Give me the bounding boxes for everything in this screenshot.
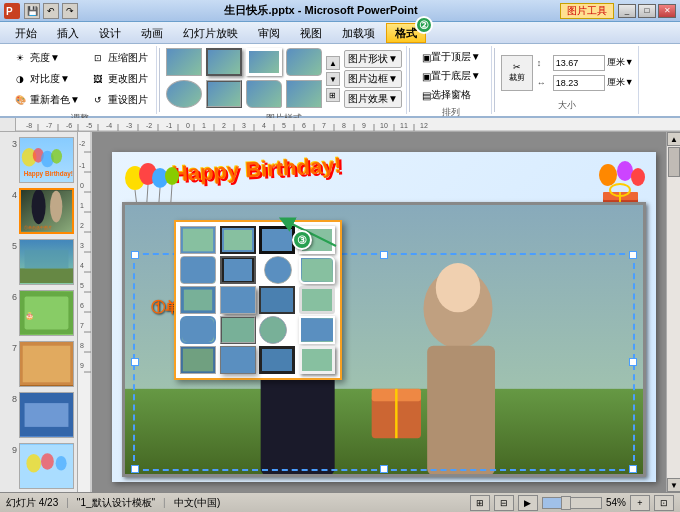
gallery-thumb-18[interactable] [220, 346, 256, 374]
svg-text:2: 2 [222, 122, 226, 129]
btn-reset-pic[interactable]: ↺ 重设图片 [86, 90, 152, 110]
view-normal[interactable]: ⊞ [470, 495, 490, 511]
btn-contrast-label: 对比度▼ [30, 72, 70, 86]
style-more[interactable]: ⊞ [326, 88, 340, 102]
style-thumb-7[interactable] [246, 80, 282, 108]
title-bar: P 💾 ↶ ↷ 生日快乐.pptx - Microsoft PowerPoint… [0, 0, 680, 22]
svg-text:P: P [6, 6, 13, 17]
style-thumb-2[interactable] [206, 48, 242, 76]
btn-compress[interactable]: ⊡ 压缩图片 [86, 48, 152, 68]
gallery-thumb-10[interactable] [220, 286, 256, 314]
height-input[interactable] [553, 55, 605, 71]
reset-pic-icon: ↺ [90, 92, 106, 108]
view-slideshow[interactable]: ▶ [518, 495, 538, 511]
send-back-icon: ▣ [422, 71, 431, 82]
gallery-thumb-13[interactable] [180, 316, 216, 344]
gallery-thumb-1[interactable] [180, 226, 216, 254]
svg-rect-2 [16, 118, 680, 132]
svg-text:7: 7 [322, 122, 326, 129]
slide-thumb-6[interactable]: 6 🎂 [2, 289, 75, 337]
svg-rect-56 [20, 268, 73, 283]
style-thumb-8[interactable] [286, 80, 322, 108]
view-slidesorter[interactable]: ⊟ [494, 495, 514, 511]
slide-num-8: 8 [3, 394, 17, 404]
tab-start[interactable]: 开始 [6, 23, 46, 43]
scroll-track[interactable] [667, 146, 680, 478]
gallery-thumb-2[interactable] [220, 226, 256, 254]
tab-review[interactable]: 审阅 [249, 23, 289, 43]
slide-img-9 [19, 443, 74, 489]
zoom-slider[interactable] [542, 497, 602, 509]
tab-format[interactable]: 格式 ② [386, 23, 426, 43]
popup-gallery [174, 220, 342, 380]
btn-pic-shape[interactable]: 图片形状▼ [344, 50, 402, 68]
btn-brightness[interactable]: ☀ 亮度▼ [8, 48, 84, 68]
scroll-up-button[interactable]: ▲ [667, 132, 680, 146]
svg-text:-5: -5 [86, 122, 92, 129]
slide-title: Happy Birthday! [171, 153, 342, 188]
style-thumb-1[interactable] [166, 48, 202, 76]
gallery-thumb-12[interactable] [299, 286, 335, 314]
tab-design[interactable]: 设计 [90, 23, 130, 43]
slide-thumb-5[interactable]: 5 [2, 238, 75, 286]
tab-insert[interactable]: 插入 [48, 23, 88, 43]
gallery-thumb-17[interactable] [180, 346, 216, 374]
slide-thumb-3[interactable]: 3 Happy Birthday! [2, 136, 75, 184]
gallery-thumb-19[interactable] [259, 346, 295, 374]
slide-thumb-4[interactable]: 4 ①单击选中图片 [2, 187, 75, 235]
style-thumb-3[interactable] [246, 48, 282, 76]
scroll-thumb[interactable] [668, 147, 680, 177]
style-thumb-4[interactable] [286, 48, 322, 76]
zoom-in[interactable]: + [630, 495, 650, 511]
slide-thumb-9[interactable]: 9 [2, 442, 75, 490]
quick-access-redo[interactable]: ↷ [62, 3, 78, 19]
btn-pic-effect[interactable]: 图片效果▼ [344, 90, 402, 108]
btn-recolor[interactable]: 🎨 重新着色▼ [8, 90, 84, 110]
close-button[interactable]: ✕ [658, 4, 676, 18]
quick-access-save[interactable]: 💾 [24, 3, 40, 19]
style-scroll-down[interactable]: ▼ [326, 72, 340, 86]
btn-pic-border[interactable]: 图片边框▼ [344, 70, 402, 88]
gallery-thumb-20[interactable] [299, 346, 335, 374]
slide-thumb-8[interactable]: 8 [2, 391, 75, 439]
btn-crop[interactable]: ✂ 裁剪 [501, 55, 533, 91]
tab-animation[interactable]: 动画 [132, 23, 172, 43]
btn-send-back[interactable]: ▣ 置于底层▼ [418, 67, 485, 85]
slide-num-4: 4 [3, 190, 17, 200]
slide-img-4: ①单击选中图片 [19, 188, 74, 234]
gallery-thumb-14[interactable] [220, 316, 256, 344]
scroll-down-button[interactable]: ▼ [667, 478, 680, 492]
style-thumb-5[interactable] [166, 80, 202, 108]
slide-thumb-7[interactable]: 7 [2, 340, 75, 388]
canvas-area[interactable]: Happy Birthday! [92, 132, 666, 492]
btn-change-pic[interactable]: 🖼 更改图片 [86, 69, 152, 89]
gallery-thumb-8[interactable] [299, 256, 335, 284]
style-thumb-6[interactable] [206, 80, 242, 108]
style-scroll-up[interactable]: ▲ [326, 56, 340, 70]
tab-slideshow[interactable]: 幻灯片放映 [174, 23, 247, 43]
maximize-button[interactable]: □ [638, 4, 656, 18]
width-input[interactable] [553, 75, 605, 91]
gallery-thumb-16[interactable] [299, 316, 335, 344]
btn-bring-front[interactable]: ▣ 置于顶层▼ [418, 48, 485, 66]
gallery-thumb-6[interactable] [220, 256, 256, 284]
btn-send-back-label: 置于底层▼ [431, 69, 481, 83]
tab-addins[interactable]: 加载项 [333, 23, 384, 43]
quick-access-undo[interactable]: ↶ [43, 3, 59, 19]
btn-contrast[interactable]: ◑ 对比度▼ [8, 69, 84, 89]
gallery-thumb-11[interactable] [259, 286, 295, 314]
btn-selection-pane[interactable]: ▤ 选择窗格 [418, 86, 475, 104]
zoom-handle[interactable] [561, 496, 571, 510]
gallery-thumb-7[interactable] [264, 256, 292, 284]
svg-point-68 [56, 456, 67, 471]
gallery-thumb-5[interactable] [180, 256, 216, 284]
zoom-fit[interactable]: ⊡ [654, 495, 674, 511]
svg-text:0: 0 [186, 122, 190, 129]
tab-view[interactable]: 视图 [291, 23, 331, 43]
minimize-button[interactable]: _ [618, 4, 636, 18]
brightness-icon: ☀ [12, 50, 28, 66]
gallery-thumb-3[interactable] [259, 226, 295, 254]
gallery-thumb-9[interactable] [180, 286, 216, 314]
gallery-thumb-15[interactable] [259, 316, 287, 344]
btn-reset-pic-label: 重设图片 [108, 93, 148, 107]
